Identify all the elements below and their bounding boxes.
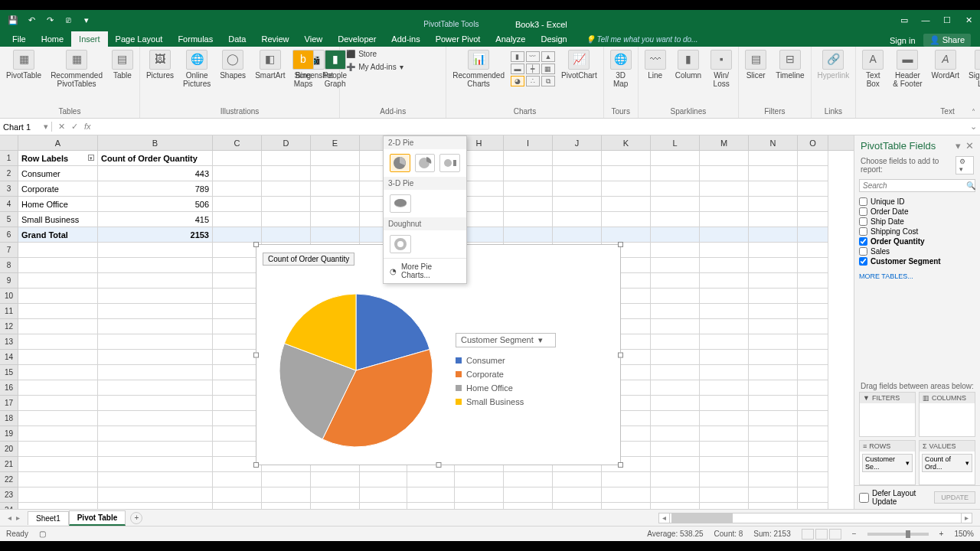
cell[interactable] — [651, 426, 700, 442]
cell[interactable] — [749, 365, 798, 380]
row-header[interactable]: 3 — [0, 181, 18, 197]
cell[interactable] — [407, 472, 455, 487]
cell[interactable] — [798, 273, 828, 289]
cell[interactable] — [700, 212, 749, 227]
close-icon[interactable]: ✕ — [963, 15, 974, 25]
sheet-nav-prev-icon[interactable]: ◂ — [8, 514, 11, 522]
cell[interactable] — [504, 472, 553, 487]
cell[interactable] — [553, 166, 602, 181]
zoom-in-icon[interactable]: + — [939, 530, 944, 538]
cell[interactable] — [651, 166, 700, 181]
cell[interactable] — [651, 289, 700, 304]
values-area[interactable]: ΣVALUESCount of Ord...▾ — [919, 440, 975, 485]
cell[interactable] — [213, 334, 262, 350]
signature-line-button[interactable]: ✎Signature Line — [965, 48, 980, 90]
cell[interactable] — [407, 503, 455, 509]
cell[interactable] — [651, 319, 700, 334]
cell[interactable] — [749, 304, 798, 319]
more-pie-charts-button[interactable]: ◔More Pie Charts... — [384, 258, 466, 283]
text-box-button[interactable]: AText Box — [859, 48, 887, 90]
tab-data[interactable]: Data — [220, 31, 253, 47]
cell[interactable] — [504, 212, 553, 227]
cell[interactable] — [700, 166, 749, 181]
cell[interactable] — [700, 319, 749, 334]
cell[interactable] — [18, 380, 98, 396]
field-checkbox[interactable] — [859, 227, 867, 236]
cell[interactable] — [311, 503, 360, 509]
field-checkbox[interactable] — [859, 257, 867, 266]
cell[interactable] — [311, 181, 360, 197]
cell[interactable] — [311, 166, 360, 181]
cell[interactable] — [504, 227, 553, 243]
row-header[interactable]: 6 — [0, 227, 18, 243]
bing-maps-button[interactable]: bBing Maps — [289, 48, 317, 90]
cell[interactable] — [651, 212, 700, 227]
cell[interactable] — [213, 411, 262, 426]
cell[interactable] — [700, 243, 749, 258]
formula-input[interactable] — [100, 121, 980, 132]
cell[interactable] — [798, 151, 828, 166]
recommended-charts-button[interactable]: 📊Recommended Charts — [449, 48, 508, 90]
people-graph-button[interactable]: ▮People Graph — [320, 48, 350, 90]
tab-design[interactable]: Design — [533, 31, 574, 47]
cell[interactable] — [18, 472, 98, 487]
cell[interactable]: 506 — [98, 197, 213, 212]
cell[interactable] — [262, 503, 311, 509]
bar-chart-icon[interactable]: ▬ — [511, 64, 524, 74]
cell[interactable] — [749, 319, 798, 334]
field-checkbox[interactable] — [859, 197, 867, 206]
macro-record-icon[interactable]: ▢ — [39, 530, 46, 538]
legend-item[interactable]: Home Office — [456, 381, 556, 395]
cell[interactable] — [262, 166, 311, 181]
legend-item[interactable]: Corporate — [456, 367, 556, 381]
cell[interactable] — [504, 181, 553, 197]
save-icon[interactable]: 💾 — [8, 15, 18, 25]
pie-2d-option[interactable] — [390, 154, 410, 172]
row-header[interactable]: 11 — [0, 304, 18, 319]
line-chart-icon[interactable]: 〰 — [526, 51, 540, 62]
cell[interactable] — [798, 319, 828, 334]
cell[interactable] — [213, 258, 262, 273]
column-header[interactable]: C — [213, 135, 262, 150]
cell[interactable]: 2153 — [98, 227, 213, 243]
tab-view[interactable]: View — [297, 31, 331, 47]
cell[interactable] — [700, 426, 749, 442]
zoom-slider[interactable] — [867, 533, 929, 536]
cell[interactable] — [98, 304, 213, 319]
cell[interactable] — [213, 365, 262, 380]
cell[interactable] — [700, 304, 749, 319]
normal-view-icon[interactable] — [802, 529, 814, 540]
cell[interactable] — [553, 227, 602, 243]
cell[interactable] — [553, 212, 602, 227]
collapse-ribbon-icon[interactable]: ˄ — [972, 108, 975, 116]
cell[interactable] — [262, 151, 311, 166]
sign-in-link[interactable]: Sign in — [890, 36, 916, 45]
resize-handle[interactable] — [253, 352, 259, 357]
select-all-corner[interactable] — [0, 135, 18, 150]
cell[interactable] — [602, 212, 651, 227]
cell[interactable] — [749, 289, 798, 304]
cell[interactable] — [553, 487, 602, 503]
cell[interactable] — [504, 487, 553, 503]
cell[interactable] — [213, 289, 262, 304]
field-item[interactable]: Order Date — [859, 207, 975, 217]
cell[interactable] — [700, 380, 749, 396]
tab-power-pivot[interactable]: Power Pivot — [428, 31, 488, 47]
row-header[interactable]: 2 — [0, 166, 18, 181]
cell[interactable] — [602, 503, 651, 509]
wordart-button[interactable]: AWordArt — [929, 48, 963, 81]
tab-file[interactable]: File — [5, 31, 34, 47]
row-header[interactable]: 9 — [0, 273, 18, 289]
cell[interactable] — [18, 273, 98, 289]
cell[interactable] — [651, 487, 700, 503]
cell[interactable] — [798, 442, 828, 457]
cell[interactable] — [98, 426, 213, 442]
cell[interactable] — [213, 304, 262, 319]
cell[interactable] — [798, 457, 828, 472]
cell[interactable] — [553, 151, 602, 166]
pivotchart-button[interactable]: 📈PivotChart — [558, 48, 600, 81]
cell[interactable] — [700, 442, 749, 457]
cell[interactable] — [18, 411, 98, 426]
column-header[interactable]: I — [504, 135, 553, 150]
cell[interactable] — [553, 503, 602, 509]
